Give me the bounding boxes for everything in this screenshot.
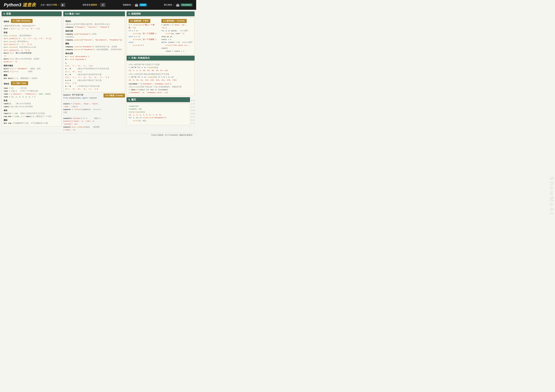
section8-content: range(10) range(0, 10) list(range(10)) [… [127, 103, 190, 125]
tuple-init-label: 初始化 [4, 83, 9, 85]
tuple-get-label: 取值 [4, 99, 60, 102]
section7-header: 7. 字典 / 列表推导式 [127, 56, 195, 61]
dict-get-label: 取值 [4, 31, 60, 34]
showmeai-robot-icon: 🤖 [176, 3, 180, 7]
right-column: 6. 流程控制 6.1 选择结构 - if 语句 x = int(input("… [127, 11, 195, 131]
section8-box: 8. 遍历 range(10) range(0, 10) list(range(… [127, 97, 190, 127]
header-title: Python3 速查表 [4, 2, 36, 8]
header: Python3 速查表 点击一键运行代码 → ▶ 获取更多速查表 → ☰ 视频教… [0, 0, 196, 10]
tuple-subsection-header: 5.2 元组 / Tuple [11, 81, 28, 85]
header-link-video[interactable]: 视频教程 → 🤖 bilibili [123, 3, 147, 7]
section8-header: 8. 遍历 [127, 97, 190, 102]
set-box: 初始化 #集合set是无序不重复元素序列, 通过序列和{}定义 company=… [63, 17, 125, 92]
dict-subsection-header: 5.1 字典 / Dictionary [11, 19, 33, 23]
counter-subsection-header-box: 5.4 计数器 / Counter [103, 93, 125, 98]
counter-subsection-header: 5.4 计数器 / Counter [103, 93, 125, 98]
counter-left: Counter 用干容器计数 from collections import C… [63, 93, 102, 131]
header-link-run[interactable]: 点击一键运行代码 → ▶ [41, 3, 65, 7]
footer-text: Python3 速查表 - 2/3 © ShowMeAI《编程语言速查表》 [151, 134, 194, 136]
dict-del-label: 删除 [4, 74, 60, 77]
header-link-article[interactable]: 图文教程 → 🤖 ShowMeAI [164, 3, 192, 7]
section6-header: 6. 流程控制 [127, 11, 195, 16]
dict-modify-label: 赋值与修改 [4, 64, 60, 67]
loop-section: 6.2 循环结构 — for/while > words = ['show','… [161, 19, 193, 53]
section7-box: #对0-9的列表中每个值进行平方变换 > [x**2 for x in rang… [127, 62, 195, 96]
header-link-more[interactable]: 获取更多速查表 → ☰ [83, 3, 106, 7]
cheatsheet-icon[interactable]: ☰ [101, 3, 105, 7]
tuple-modify-label: 修改 [4, 109, 60, 112]
set-header: 5.3 集合 / Set [63, 11, 125, 16]
run-icon[interactable]: ▶ [61, 3, 65, 7]
header-links: 点击一键运行代码 → ▶ 获取更多速查表 → ☰ 视频教程 → 🤖 bilibi… [41, 3, 192, 7]
set-init-label: 初始化 [65, 20, 123, 23]
section5-header: 5. 容器 [2, 11, 62, 16]
middle-column: 5.3 集合 / Set 初始化 #集合set是无序不重复元素序列, 通过序列和… [63, 11, 125, 131]
set-del-label: 删除 [65, 42, 123, 45]
robot-icon: 🤖 [134, 3, 139, 7]
tuple-del-label: 删除 [4, 119, 60, 121]
main-content: 5. 容器 初始化 5.1 字典 / Dictionary #键值对用冒号分割,… [0, 10, 196, 133]
left-column: 5. 容器 初始化 5.1 字典 / Dictionary #键值对用冒号分割,… [2, 11, 62, 131]
set-add-label: 添加元素 [65, 30, 123, 32]
loop-subsection-header: 6.2 循环结构 — for/while [161, 19, 187, 23]
dict-box: 初始化 5.1 字典 / Dictionary #键值对用冒号分割, 包括在花括… [2, 17, 62, 127]
traverse-numbers: 0 S 1 h 2 o 3 w 4 M 5 e 6 A 7 I [190, 97, 195, 127]
footer: Python3 速查表 - 2/3 © ShowMeAI《编程语言速查表》 [0, 133, 196, 137]
set-ops-label: 集合运算 [65, 52, 123, 55]
bilibili-logo: bilibili [139, 3, 146, 6]
if-section: 6.1 选择结构 - if 语句 x = int(input("输入一个整数："… [129, 19, 160, 53]
dict-init-label: 初始化 [4, 20, 9, 23]
if-subsection-header: 6.1 选择结构 - if 语句 [129, 19, 150, 23]
showmeai-logo: ShowMeAI [181, 3, 192, 6]
section6-box: 6.1 选择结构 - if 语句 x = int(input("输入一个整数："… [127, 17, 195, 54]
